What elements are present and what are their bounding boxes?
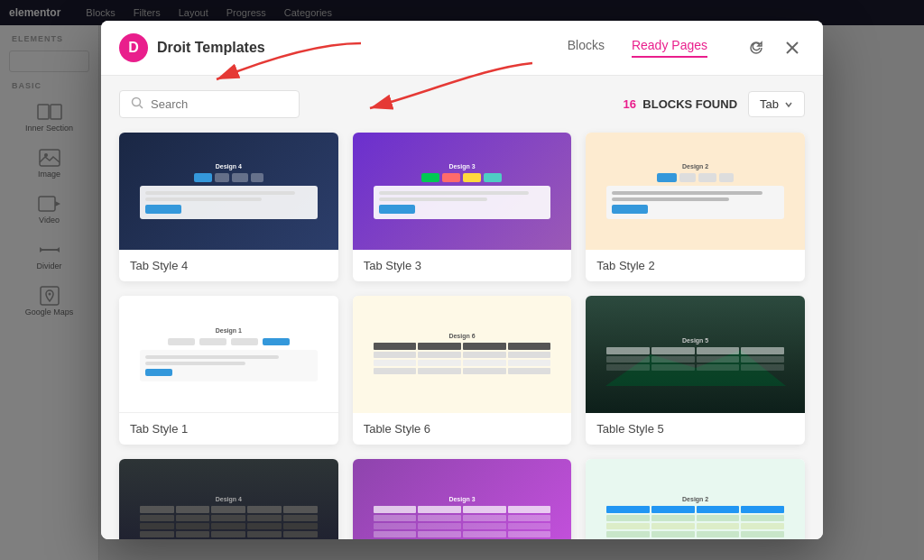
block-card-tab-style-1[interactable]: Design 1 Tab Style 1 — [119, 296, 338, 445]
block-card-table-style-6[interactable]: Design 6 — [353, 296, 572, 445]
modal-tabs: Blocks Ready Pages — [568, 38, 707, 58]
block-card-table-style-3[interactable]: Design 3 — [353, 459, 572, 539]
search-icon — [131, 96, 143, 112]
tab-ready-pages[interactable]: Ready Pages — [632, 38, 707, 58]
block-label: Tab Style 4 — [119, 250, 338, 281]
modal-header: D Droit Templates Blocks Ready Pages — [101, 21, 823, 76]
refresh-button[interactable] — [744, 35, 769, 60]
block-label: Tab Style 1 — [119, 413, 338, 445]
filter-dropdown[interactable]: Tab — [748, 91, 805, 117]
block-card-table-style-5[interactable]: Design 5 — [586, 296, 805, 445]
results-info: 16 BLOCKS FOUND Tab — [624, 91, 805, 117]
block-preview-table-style-5: Design 5 — [586, 296, 805, 413]
modal-header-center: Blocks Ready Pages — [265, 38, 744, 58]
block-card-tab-style-4[interactable]: Design 4 Tab Style 4 — [119, 133, 338, 281]
block-card-table-style-4[interactable]: Design 4 — [119, 459, 338, 539]
block-preview-tab-style-2: Design 2 — [586, 133, 805, 250]
svg-point-13 — [133, 98, 141, 106]
modal-logo: D Droit Templates — [119, 33, 265, 62]
droit-templates-modal: D Droit Templates Blocks Ready Pages — [101, 21, 823, 539]
modal-overlay[interactable]: D Droit Templates Blocks Ready Pages — [0, 0, 924, 560]
block-preview-tab-style-3: Design 3 — [353, 133, 572, 250]
block-label: Table Style 5 — [586, 413, 805, 445]
block-preview-table-style-2: Design 2 — [586, 459, 805, 539]
blocks-grid: Design 4 Tab Style 4 — [119, 133, 805, 539]
block-card-tab-style-3[interactable]: Design 3 Tab Style 3 — [353, 133, 572, 281]
tab-blocks[interactable]: Blocks — [568, 38, 605, 58]
blocks-count: 16 BLOCKS FOUND — [624, 97, 737, 111]
close-button[interactable] — [780, 35, 805, 60]
modal-title: Droit Templates — [157, 40, 265, 56]
block-label: Tab Style 3 — [353, 250, 572, 281]
modal-actions — [744, 35, 805, 60]
block-label: Tab Style 2 — [586, 250, 805, 281]
modal-logo-icon: D — [119, 33, 148, 62]
block-label: Table Style 6 — [353, 413, 572, 445]
block-preview-tab-style-4: Design 4 — [119, 133, 338, 250]
modal-body: 16 BLOCKS FOUND Tab Design 4 — [101, 76, 823, 539]
block-card-table-style-2[interactable]: Design 2 — [586, 459, 805, 539]
modal-toolbar: 16 BLOCKS FOUND Tab — [119, 90, 805, 118]
block-preview-table-style-6: Design 6 — [353, 296, 572, 413]
block-preview-table-style-3: Design 3 — [353, 459, 572, 539]
block-card-tab-style-2[interactable]: Design 2 Tab Style 2 — [586, 133, 805, 281]
search-input[interactable] — [151, 97, 288, 111]
svg-line-14 — [140, 106, 143, 109]
search-box[interactable] — [119, 90, 300, 118]
block-preview-table-style-4: Design 4 — [119, 459, 338, 539]
block-preview-tab-style-1: Design 1 — [119, 296, 338, 413]
